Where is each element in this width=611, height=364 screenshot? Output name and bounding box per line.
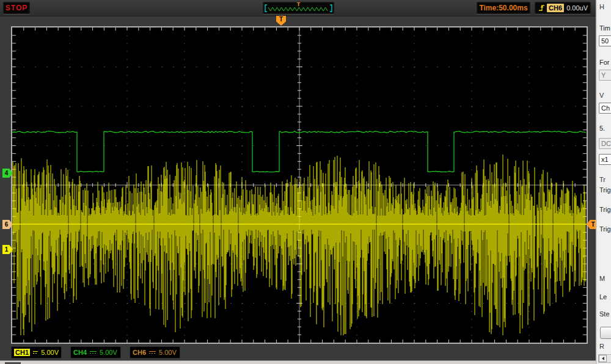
ch1-name: CH1 [14,349,30,356]
ch4-name: CH4 [73,349,87,356]
group-h: H [599,3,604,10]
ch1-scale: 5.00V [41,349,59,356]
group-m: M [599,275,605,282]
group-tr: Tr [599,176,606,183]
timebase-label: Time:50.00ms [479,4,527,12]
trigger-position-marker[interactable]: T [276,16,286,26]
top-toolbar: STOP T Time:50.00ms CH6 0.00uV [0,0,596,16]
ch6-badge[interactable]: CH6 5.00V [130,346,180,359]
label-ste: Ste [599,310,610,318]
input-50[interactable]: 50 [599,35,611,46]
ch1-dc-coupling-icon [33,351,38,354]
run-state-label: STOP [5,4,27,12]
trigger-indicator: CH6 0.00uV [535,2,591,14]
status-strip [0,360,596,364]
input-ch[interactable]: Ch [599,103,611,114]
waveform-display[interactable] [11,26,588,344]
input-dc[interactable]: DC [599,138,611,149]
run-stop-indicator[interactable]: STOP [3,2,30,14]
oscilloscope-window: STOP T Time:50.00ms CH6 0.00uV T 4 6 1 T [0,0,611,364]
panel-scrollbar[interactable] [598,354,611,363]
label-trig-1: Trig [599,186,611,194]
group-r: R [599,343,604,350]
trigger-level-value: 0.00uV [566,4,588,12]
label-le: Le [599,293,607,300]
ch4-dc-coupling-icon [90,351,97,354]
ch6-name: CH6 [133,349,146,356]
ch4-scale: 5.00V [100,349,117,356]
input-y[interactable]: Y [599,70,611,81]
panel-button[interactable] [600,327,611,339]
timebase-indicator: Time:50.00ms [477,2,530,14]
group-v: V [599,92,604,99]
preview-trigger-marker: T [263,2,334,7]
ch4-badge[interactable]: CH4 5.00V [70,346,121,359]
rising-edge-icon [538,3,544,13]
ch6-scale: 5.00V [159,349,177,356]
label-tim: Tim [599,24,610,32]
trigger-position-label: T [279,16,283,23]
ch6-dc-coupling-icon [149,351,156,354]
ch6-marker-label: 6 [5,222,9,228]
input-x1[interactable]: x1 [599,154,611,165]
label-for: For [599,59,610,66]
trigger-source-badge: CH6 [547,4,564,12]
ch4-marker-label: 4 [5,170,9,177]
scroll-left-icon [602,357,604,360]
horizontal-position-preview[interactable]: T [263,2,334,14]
trigger-level-label: T [591,222,595,228]
scroll-left-button[interactable] [599,355,607,362]
label-trig-2: Trig [599,206,611,213]
label-5: 5. [599,125,605,132]
ch1-marker-label: 1 [5,247,9,253]
ch1-badge[interactable]: CH1 5.00V [11,346,62,359]
control-panel: HTim50ForYVCh5.DCx1TrTrigTrigTrigMLeSteR [596,0,611,364]
label-trig-3: Trig [599,225,611,233]
